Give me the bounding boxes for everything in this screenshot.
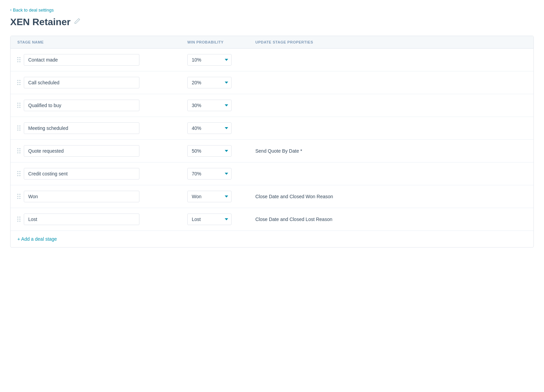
col-header-update-stage: UPDATE STAGE PROPERTIES (255, 40, 527, 44)
update-stage-properties: Close Date and Closed Lost Reason (255, 217, 527, 222)
update-stage-properties: Send Quote By Date * (255, 148, 527, 154)
stage-name-cell (17, 77, 187, 88)
back-to-deal-settings-link[interactable]: ‹ Back to deal settings (10, 7, 54, 13)
stage-name-input[interactable] (24, 168, 139, 180)
probability-select[interactable]: 10%20%30%40%50%60%70%80%90%100%WonLost (187, 122, 232, 134)
table-row: 10%20%30%40%50%60%70%80%90%100%WonLostSe… (11, 140, 533, 163)
probability-select[interactable]: 10%20%30%40%50%60%70%80%90%100%WonLost (187, 191, 232, 202)
back-chevron-icon: ‹ (10, 7, 12, 12)
table-row: 10%20%30%40%50%60%70%80%90%100%WonLost (11, 94, 533, 117)
stage-name-input[interactable] (24, 122, 139, 134)
probability-select-wrapper: 10%20%30%40%50%60%70%80%90%100%WonLost (187, 54, 232, 66)
page-title-row: XEN Retainer (10, 17, 534, 28)
stage-name-input[interactable] (24, 214, 139, 225)
probability-select[interactable]: 10%20%30%40%50%60%70%80%90%100%WonLost (187, 77, 232, 88)
probability-cell: 10%20%30%40%50%60%70%80%90%100%WonLost (187, 145, 255, 157)
drag-handle-icon[interactable] (17, 148, 20, 153)
col-header-stage-name: STAGE NAME (17, 40, 187, 44)
probability-select[interactable]: 10%20%30%40%50%60%70%80%90%100%WonLost (187, 54, 232, 66)
probability-select[interactable]: 10%20%30%40%50%60%70%80%90%100%WonLost (187, 100, 232, 111)
add-stage-label: + Add a deal stage (17, 236, 57, 242)
stage-name-input[interactable] (24, 145, 139, 157)
deal-stages-table: STAGE NAME WIN PROBABILITY UPDATE STAGE … (10, 36, 534, 248)
stage-name-cell (17, 214, 187, 225)
table-body: 10%20%30%40%50%60%70%80%90%100%WonLost10… (11, 49, 533, 231)
table-row: 10%20%30%40%50%60%70%80%90%100%WonLost (11, 163, 533, 185)
probability-select-wrapper: 10%20%30%40%50%60%70%80%90%100%WonLost (187, 100, 232, 111)
col-header-win-probability: WIN PROBABILITY (187, 40, 255, 44)
probability-select[interactable]: 10%20%30%40%50%60%70%80%90%100%WonLost (187, 214, 232, 225)
table-row: 10%20%30%40%50%60%70%80%90%100%WonLost (11, 71, 533, 94)
probability-select-wrapper: 10%20%30%40%50%60%70%80%90%100%WonLost (187, 214, 232, 225)
add-deal-stage-button[interactable]: + Add a deal stage (17, 236, 57, 242)
drag-handle-icon[interactable] (17, 171, 20, 176)
add-stage-row: + Add a deal stage (11, 231, 533, 247)
page-wrapper: ‹ Back to deal settings XEN Retainer STA… (0, 0, 544, 392)
drag-handle-icon[interactable] (17, 103, 20, 108)
probability-cell: 10%20%30%40%50%60%70%80%90%100%WonLost (187, 54, 255, 66)
table-header: STAGE NAME WIN PROBABILITY UPDATE STAGE … (11, 36, 533, 49)
stage-name-input[interactable] (24, 100, 139, 111)
probability-select-wrapper: 10%20%30%40%50%60%70%80%90%100%WonLost (187, 145, 232, 157)
stage-name-cell (17, 191, 187, 202)
probability-select[interactable]: 10%20%30%40%50%60%70%80%90%100%WonLost (187, 145, 232, 157)
stage-name-input[interactable] (24, 54, 139, 66)
table-row: 10%20%30%40%50%60%70%80%90%100%WonLostCl… (11, 208, 533, 231)
drag-handle-icon[interactable] (17, 194, 20, 199)
stage-name-cell (17, 168, 187, 180)
probability-select[interactable]: 10%20%30%40%50%60%70%80%90%100%WonLost (187, 168, 232, 180)
drag-handle-icon[interactable] (17, 57, 20, 62)
table-row: 10%20%30%40%50%60%70%80%90%100%WonLost (11, 49, 533, 71)
drag-handle-icon[interactable] (17, 217, 20, 222)
stage-name-cell (17, 100, 187, 111)
stage-name-input[interactable] (24, 77, 139, 88)
probability-select-wrapper: 10%20%30%40%50%60%70%80%90%100%WonLost (187, 168, 232, 180)
table-row: 10%20%30%40%50%60%70%80%90%100%WonLost (11, 117, 533, 140)
probability-select-wrapper: 10%20%30%40%50%60%70%80%90%100%WonLost (187, 122, 232, 134)
back-link-label: Back to deal settings (13, 7, 54, 13)
stage-name-cell (17, 122, 187, 134)
drag-handle-icon[interactable] (17, 125, 20, 131)
drag-handle-icon[interactable] (17, 80, 20, 85)
stage-name-cell (17, 54, 187, 66)
page-title: XEN Retainer (10, 17, 70, 28)
table-row: 10%20%30%40%50%60%70%80%90%100%WonLostCl… (11, 185, 533, 208)
stage-name-cell (17, 145, 187, 157)
probability-cell: 10%20%30%40%50%60%70%80%90%100%WonLost (187, 77, 255, 88)
stage-name-input[interactable] (24, 191, 139, 202)
probability-cell: 10%20%30%40%50%60%70%80%90%100%WonLost (187, 214, 255, 225)
edit-icon[interactable] (74, 18, 81, 26)
probability-cell: 10%20%30%40%50%60%70%80%90%100%WonLost (187, 168, 255, 180)
probability-cell: 10%20%30%40%50%60%70%80%90%100%WonLost (187, 122, 255, 134)
probability-cell: 10%20%30%40%50%60%70%80%90%100%WonLost (187, 100, 255, 111)
probability-select-wrapper: 10%20%30%40%50%60%70%80%90%100%WonLost (187, 77, 232, 88)
probability-cell: 10%20%30%40%50%60%70%80%90%100%WonLost (187, 191, 255, 202)
probability-select-wrapper: 10%20%30%40%50%60%70%80%90%100%WonLost (187, 191, 232, 202)
update-stage-properties: Close Date and Closed Won Reason (255, 194, 527, 199)
